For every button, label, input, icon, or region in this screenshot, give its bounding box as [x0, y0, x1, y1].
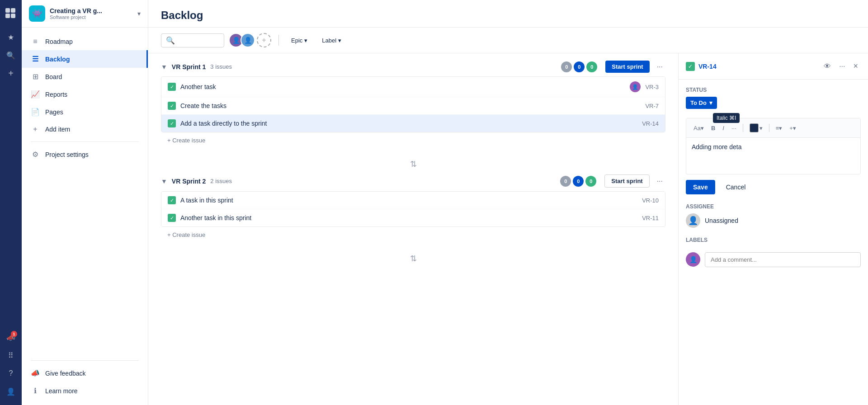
table-row[interactable]: ✓ Another task in this sprint VR-11 — [161, 209, 665, 226]
panel-more-button[interactable]: ··· — [836, 61, 848, 72]
status-dropdown[interactable]: To Do ▾ — [686, 97, 717, 109]
status-chevron-icon: ▾ — [709, 99, 712, 106]
list-label: ≡▾ — [776, 125, 783, 132]
main-header: Backlog — [148, 0, 868, 28]
sidebar-item-settings[interactable]: ⚙ Project settings — [22, 146, 148, 163]
sprint-divider-2: ⇅ — [161, 254, 665, 264]
insert-tool-button[interactable]: +▾ — [787, 123, 799, 133]
board-icon: ⊞ — [31, 72, 40, 81]
icon-rail: ★ 🔍 + 📣 1 ⠿ ? 👤 — [0, 0, 22, 405]
font-label: Aa▾ — [693, 125, 704, 132]
table-row[interactable]: ✓ A task in this sprint VR-10 — [161, 192, 665, 209]
issue-type-icon: ✓ — [168, 102, 176, 110]
issue-name: Add a task directly to the sprint — [180, 120, 637, 127]
editor-area: Aa▾ B I ··· — [686, 118, 861, 174]
more-label: ··· — [731, 125, 736, 132]
sidebar: 👾 Creating a VR g... Software project ▾ … — [22, 0, 148, 405]
comment-row: 👤 — [686, 252, 861, 267]
more-tool-button[interactable]: ··· — [729, 123, 739, 133]
reports-label: Reports — [45, 91, 67, 98]
backlog-content: ▼ VR Sprint 1 3 issues 0 0 0 Start sprin… — [148, 53, 678, 405]
settings-label: Project settings — [45, 151, 89, 158]
sprint-2-issue-list: ✓ A task in this sprint VR-10 ✓ Another … — [161, 191, 665, 227]
status-value: To Do — [690, 99, 707, 106]
sprint-2-section: ▼ VR Sprint 2 2 issues 0 0 0 Start sprin… — [161, 174, 665, 243]
issue-type-icon: ✓ — [168, 196, 176, 204]
toolbar: 🔍 👤 👤 + Epic ▾ Label ▾ — [148, 28, 868, 53]
issue-name: Another task — [180, 83, 625, 90]
avatar-group: 👤 👤 + — [229, 33, 271, 47]
sidebar-item-pages[interactable]: 📄 Pages — [22, 103, 148, 121]
sidebar-item-additem[interactable]: + Add item — [22, 121, 148, 138]
search-box[interactable]: 🔍 — [161, 33, 224, 47]
color-tool-button[interactable]: ▾ — [747, 122, 765, 134]
label-chevron-icon: ▾ — [338, 37, 341, 44]
pages-label: Pages — [45, 108, 63, 116]
italic-tool-button[interactable]: I — [720, 123, 727, 133]
avatar-2[interactable]: 👤 — [241, 33, 255, 47]
help-icon[interactable]: ? — [3, 365, 19, 381]
sprint-2-more-button[interactable]: ··· — [654, 175, 665, 187]
sprint-1-collapse-icon[interactable]: ▼ — [161, 63, 167, 71]
sprint-1-badge-2: 0 — [586, 61, 597, 72]
issue-id: VR-3 — [645, 84, 659, 90]
search-input[interactable] — [178, 37, 219, 44]
search-icon[interactable]: 🔍 — [3, 47, 19, 63]
epic-chevron-icon: ▾ — [304, 37, 307, 44]
panel-issue-id: VR-14 — [698, 63, 717, 70]
toolbar-separator — [278, 35, 279, 46]
list-tool-button[interactable]: ≡▾ — [773, 123, 785, 133]
editor-content[interactable]: Adding more deta — [686, 138, 860, 174]
sidebar-item-feedback[interactable]: 📣 Give feedback — [22, 364, 148, 382]
issue-type-icon: ✓ — [168, 214, 176, 222]
epic-filter-button[interactable]: Epic ▾ — [286, 34, 312, 47]
table-row[interactable]: ✓ Another task 👤 VR-3 — [161, 77, 665, 97]
add-member-button[interactable]: + — [257, 33, 271, 47]
watch-button[interactable]: 👁 — [821, 61, 834, 72]
sidebar-item-backlog[interactable]: ☰ Backlog — [22, 50, 148, 68]
label-filter-button[interactable]: Label ▾ — [317, 34, 346, 47]
comment-input[interactable] — [705, 252, 861, 267]
add-icon[interactable]: + — [3, 65, 19, 81]
assignee-avatar: 👤 — [686, 213, 700, 228]
sprint-2-name: VR Sprint 2 — [172, 178, 206, 185]
editor-sep-2 — [769, 124, 769, 132]
labels-section: Labels — [686, 237, 861, 243]
cancel-button[interactable]: Cancel — [719, 180, 753, 194]
table-row[interactable]: ✓ Create the tasks VR-7 — [161, 97, 665, 115]
feedback-icon[interactable]: 📣 1 — [3, 329, 19, 345]
sidebar-item-reports[interactable]: 📈 Reports — [22, 85, 148, 103]
sidebar-item-board[interactable]: ⊞ Board — [22, 68, 148, 85]
sprint-2-collapse-icon[interactable]: ▼ — [161, 178, 167, 185]
bold-tool-button[interactable]: B — [708, 123, 718, 133]
table-row[interactable]: ✓ Add a task directly to the sprint VR-1… — [161, 115, 665, 132]
color-chevron: ▾ — [760, 125, 763, 132]
user-icon[interactable]: 👤 — [3, 383, 19, 400]
star-icon[interactable]: ★ — [3, 29, 19, 45]
issue-id: VR-14 — [642, 120, 659, 127]
status-label: Status — [686, 87, 861, 93]
board-label: Board — [45, 73, 62, 80]
grid-icon[interactable]: ⠿ — [3, 347, 19, 363]
start-sprint-1-button[interactable]: Start sprint — [605, 61, 649, 73]
action-buttons: Save Cancel — [686, 180, 861, 194]
sprint-2-create-issue[interactable]: + Create issue — [161, 227, 665, 243]
project-chevron-icon[interactable]: ▾ — [137, 10, 141, 17]
sprint-1-create-issue[interactable]: + Create issue — [161, 132, 665, 148]
sidebar-item-roadmap[interactable]: ≡ Roadmap — [22, 33, 148, 50]
issue-id: VR-7 — [645, 103, 659, 109]
sprint-1-issue-list: ✓ Another task 👤 VR-3 ✓ Create the tasks… — [161, 76, 665, 132]
sprint-1-more-button[interactable]: ··· — [654, 61, 665, 73]
assignee-label: Assignee — [686, 203, 861, 210]
sidebar-item-learn[interactable]: ℹ Learn more — [22, 382, 148, 400]
app-logo-icon[interactable] — [3, 5, 19, 22]
save-button[interactable]: Save — [686, 180, 715, 194]
svg-rect-0 — [5, 8, 10, 13]
status-section: Status To Do ▾ Italic ⌘I — [686, 87, 861, 109]
font-tool-button[interactable]: Aa▾ — [691, 123, 707, 133]
roadmap-label: Roadmap — [45, 38, 73, 45]
panel-close-button[interactable]: × — [850, 60, 861, 73]
search-icon: 🔍 — [166, 36, 175, 45]
start-sprint-2-button[interactable]: Start sprint — [604, 174, 649, 188]
sprint-divider: ⇅ — [161, 159, 665, 169]
